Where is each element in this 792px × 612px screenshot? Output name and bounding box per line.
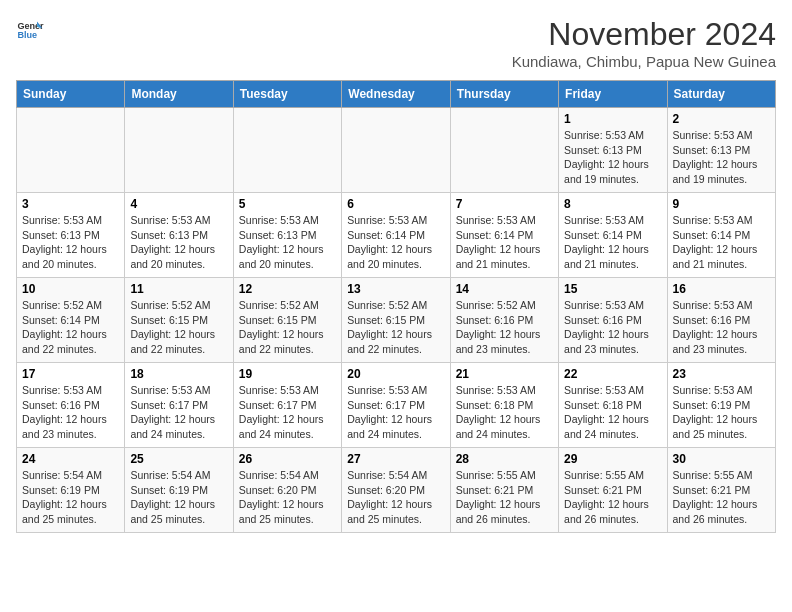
day-info: Sunrise: 5:52 AM Sunset: 6:14 PM Dayligh… bbox=[22, 298, 119, 357]
calendar-cell: 11Sunrise: 5:52 AM Sunset: 6:15 PM Dayli… bbox=[125, 278, 233, 363]
day-info: Sunrise: 5:53 AM Sunset: 6:13 PM Dayligh… bbox=[239, 213, 336, 272]
day-number: 10 bbox=[22, 282, 119, 296]
day-info: Sunrise: 5:53 AM Sunset: 6:19 PM Dayligh… bbox=[673, 383, 770, 442]
col-header-monday: Monday bbox=[125, 81, 233, 108]
day-number: 14 bbox=[456, 282, 553, 296]
day-info: Sunrise: 5:55 AM Sunset: 6:21 PM Dayligh… bbox=[673, 468, 770, 527]
day-number: 27 bbox=[347, 452, 444, 466]
calendar-cell: 6Sunrise: 5:53 AM Sunset: 6:14 PM Daylig… bbox=[342, 193, 450, 278]
day-number: 4 bbox=[130, 197, 227, 211]
day-number: 26 bbox=[239, 452, 336, 466]
calendar-cell: 26Sunrise: 5:54 AM Sunset: 6:20 PM Dayli… bbox=[233, 448, 341, 533]
col-header-friday: Friday bbox=[559, 81, 667, 108]
calendar-cell: 10Sunrise: 5:52 AM Sunset: 6:14 PM Dayli… bbox=[17, 278, 125, 363]
day-info: Sunrise: 5:53 AM Sunset: 6:16 PM Dayligh… bbox=[673, 298, 770, 357]
day-info: Sunrise: 5:54 AM Sunset: 6:19 PM Dayligh… bbox=[130, 468, 227, 527]
calendar-cell bbox=[233, 108, 341, 193]
day-info: Sunrise: 5:53 AM Sunset: 6:13 PM Dayligh… bbox=[22, 213, 119, 272]
calendar-week-row: 10Sunrise: 5:52 AM Sunset: 6:14 PM Dayli… bbox=[17, 278, 776, 363]
day-info: Sunrise: 5:52 AM Sunset: 6:15 PM Dayligh… bbox=[239, 298, 336, 357]
calendar-cell: 1Sunrise: 5:53 AM Sunset: 6:13 PM Daylig… bbox=[559, 108, 667, 193]
calendar-cell: 12Sunrise: 5:52 AM Sunset: 6:15 PM Dayli… bbox=[233, 278, 341, 363]
day-number: 23 bbox=[673, 367, 770, 381]
day-info: Sunrise: 5:52 AM Sunset: 6:16 PM Dayligh… bbox=[456, 298, 553, 357]
calendar-cell: 2Sunrise: 5:53 AM Sunset: 6:13 PM Daylig… bbox=[667, 108, 775, 193]
col-header-saturday: Saturday bbox=[667, 81, 775, 108]
day-info: Sunrise: 5:52 AM Sunset: 6:15 PM Dayligh… bbox=[347, 298, 444, 357]
day-info: Sunrise: 5:53 AM Sunset: 6:16 PM Dayligh… bbox=[564, 298, 661, 357]
calendar-cell: 22Sunrise: 5:53 AM Sunset: 6:18 PM Dayli… bbox=[559, 363, 667, 448]
calendar-week-row: 3Sunrise: 5:53 AM Sunset: 6:13 PM Daylig… bbox=[17, 193, 776, 278]
title-area: November 2024 Kundiawa, Chimbu, Papua Ne… bbox=[512, 16, 776, 70]
day-info: Sunrise: 5:53 AM Sunset: 6:17 PM Dayligh… bbox=[239, 383, 336, 442]
day-info: Sunrise: 5:52 AM Sunset: 6:15 PM Dayligh… bbox=[130, 298, 227, 357]
calendar-cell: 5Sunrise: 5:53 AM Sunset: 6:13 PM Daylig… bbox=[233, 193, 341, 278]
calendar-cell bbox=[17, 108, 125, 193]
day-info: Sunrise: 5:53 AM Sunset: 6:18 PM Dayligh… bbox=[456, 383, 553, 442]
calendar-cell: 14Sunrise: 5:52 AM Sunset: 6:16 PM Dayli… bbox=[450, 278, 558, 363]
day-number: 17 bbox=[22, 367, 119, 381]
calendar-cell: 7Sunrise: 5:53 AM Sunset: 6:14 PM Daylig… bbox=[450, 193, 558, 278]
calendar-cell: 19Sunrise: 5:53 AM Sunset: 6:17 PM Dayli… bbox=[233, 363, 341, 448]
day-info: Sunrise: 5:53 AM Sunset: 6:14 PM Dayligh… bbox=[564, 213, 661, 272]
day-info: Sunrise: 5:53 AM Sunset: 6:14 PM Dayligh… bbox=[673, 213, 770, 272]
day-number: 21 bbox=[456, 367, 553, 381]
day-number: 6 bbox=[347, 197, 444, 211]
calendar-cell: 15Sunrise: 5:53 AM Sunset: 6:16 PM Dayli… bbox=[559, 278, 667, 363]
day-info: Sunrise: 5:53 AM Sunset: 6:14 PM Dayligh… bbox=[347, 213, 444, 272]
day-number: 16 bbox=[673, 282, 770, 296]
day-number: 3 bbox=[22, 197, 119, 211]
calendar-header-row: SundayMondayTuesdayWednesdayThursdayFrid… bbox=[17, 81, 776, 108]
day-info: Sunrise: 5:53 AM Sunset: 6:13 PM Dayligh… bbox=[673, 128, 770, 187]
calendar-cell: 30Sunrise: 5:55 AM Sunset: 6:21 PM Dayli… bbox=[667, 448, 775, 533]
header: General Blue November 2024 Kundiawa, Chi… bbox=[16, 16, 776, 70]
day-info: Sunrise: 5:54 AM Sunset: 6:19 PM Dayligh… bbox=[22, 468, 119, 527]
day-number: 19 bbox=[239, 367, 336, 381]
calendar-cell: 24Sunrise: 5:54 AM Sunset: 6:19 PM Dayli… bbox=[17, 448, 125, 533]
day-number: 20 bbox=[347, 367, 444, 381]
calendar-cell: 13Sunrise: 5:52 AM Sunset: 6:15 PM Dayli… bbox=[342, 278, 450, 363]
day-number: 18 bbox=[130, 367, 227, 381]
calendar-cell: 18Sunrise: 5:53 AM Sunset: 6:17 PM Dayli… bbox=[125, 363, 233, 448]
logo: General Blue bbox=[16, 16, 44, 44]
calendar-cell: 23Sunrise: 5:53 AM Sunset: 6:19 PM Dayli… bbox=[667, 363, 775, 448]
day-number: 25 bbox=[130, 452, 227, 466]
calendar-cell: 9Sunrise: 5:53 AM Sunset: 6:14 PM Daylig… bbox=[667, 193, 775, 278]
calendar-week-row: 17Sunrise: 5:53 AM Sunset: 6:16 PM Dayli… bbox=[17, 363, 776, 448]
day-number: 8 bbox=[564, 197, 661, 211]
calendar-cell: 27Sunrise: 5:54 AM Sunset: 6:20 PM Dayli… bbox=[342, 448, 450, 533]
col-header-sunday: Sunday bbox=[17, 81, 125, 108]
calendar-cell bbox=[125, 108, 233, 193]
calendar-cell bbox=[342, 108, 450, 193]
day-number: 7 bbox=[456, 197, 553, 211]
day-info: Sunrise: 5:54 AM Sunset: 6:20 PM Dayligh… bbox=[347, 468, 444, 527]
calendar-week-row: 1Sunrise: 5:53 AM Sunset: 6:13 PM Daylig… bbox=[17, 108, 776, 193]
day-number: 24 bbox=[22, 452, 119, 466]
day-number: 11 bbox=[130, 282, 227, 296]
col-header-tuesday: Tuesday bbox=[233, 81, 341, 108]
month-title: November 2024 bbox=[512, 16, 776, 53]
day-number: 22 bbox=[564, 367, 661, 381]
day-info: Sunrise: 5:53 AM Sunset: 6:17 PM Dayligh… bbox=[347, 383, 444, 442]
day-number: 29 bbox=[564, 452, 661, 466]
day-number: 2 bbox=[673, 112, 770, 126]
calendar-cell: 3Sunrise: 5:53 AM Sunset: 6:13 PM Daylig… bbox=[17, 193, 125, 278]
calendar-cell: 8Sunrise: 5:53 AM Sunset: 6:14 PM Daylig… bbox=[559, 193, 667, 278]
calendar-cell: 4Sunrise: 5:53 AM Sunset: 6:13 PM Daylig… bbox=[125, 193, 233, 278]
day-info: Sunrise: 5:54 AM Sunset: 6:20 PM Dayligh… bbox=[239, 468, 336, 527]
calendar-cell: 20Sunrise: 5:53 AM Sunset: 6:17 PM Dayli… bbox=[342, 363, 450, 448]
calendar-cell bbox=[450, 108, 558, 193]
subtitle: Kundiawa, Chimbu, Papua New Guinea bbox=[512, 53, 776, 70]
day-info: Sunrise: 5:55 AM Sunset: 6:21 PM Dayligh… bbox=[456, 468, 553, 527]
calendar-week-row: 24Sunrise: 5:54 AM Sunset: 6:19 PM Dayli… bbox=[17, 448, 776, 533]
col-header-thursday: Thursday bbox=[450, 81, 558, 108]
day-info: Sunrise: 5:53 AM Sunset: 6:18 PM Dayligh… bbox=[564, 383, 661, 442]
day-number: 13 bbox=[347, 282, 444, 296]
calendar-cell: 16Sunrise: 5:53 AM Sunset: 6:16 PM Dayli… bbox=[667, 278, 775, 363]
calendar-cell: 25Sunrise: 5:54 AM Sunset: 6:19 PM Dayli… bbox=[125, 448, 233, 533]
svg-text:Blue: Blue bbox=[17, 30, 37, 40]
calendar-cell: 28Sunrise: 5:55 AM Sunset: 6:21 PM Dayli… bbox=[450, 448, 558, 533]
calendar-table: SundayMondayTuesdayWednesdayThursdayFrid… bbox=[16, 80, 776, 533]
day-number: 9 bbox=[673, 197, 770, 211]
logo-icon: General Blue bbox=[16, 16, 44, 44]
